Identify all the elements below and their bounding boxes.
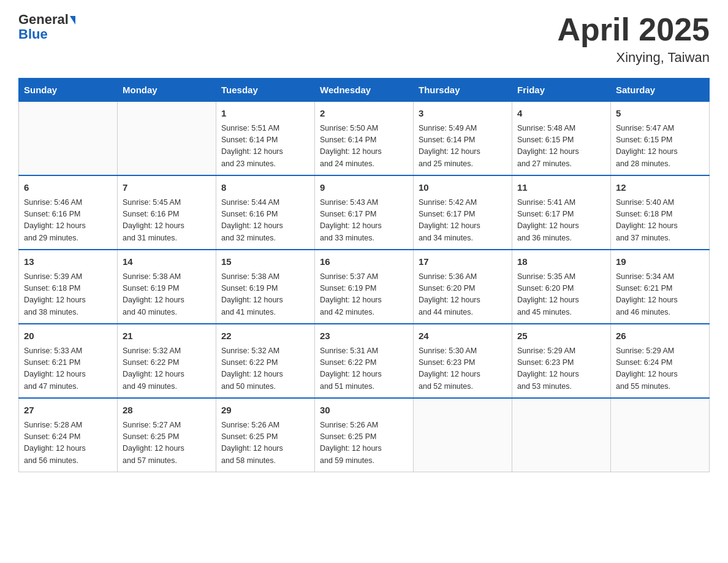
logo-triangle-icon — [70, 16, 75, 25]
table-row: 14Sunrise: 5:38 AM Sunset: 6:19 PM Dayli… — [118, 250, 216, 324]
col-friday: Friday — [512, 79, 611, 102]
day-info: Sunrise: 5:33 AM Sunset: 6:21 PM Dayligh… — [24, 345, 112, 393]
day-info: Sunrise: 5:47 AM Sunset: 6:15 PM Dayligh… — [616, 123, 704, 170]
calendar-week-row: 1Sunrise: 5:51 AM Sunset: 6:14 PM Daylig… — [19, 102, 710, 176]
table-row: 9Sunrise: 5:43 AM Sunset: 6:17 PM Daylig… — [315, 175, 414, 250]
day-number: 17 — [419, 255, 507, 269]
day-number: 24 — [419, 329, 507, 343]
day-number: 11 — [517, 181, 605, 195]
table-row: 13Sunrise: 5:39 AM Sunset: 6:18 PM Dayli… — [19, 250, 118, 324]
col-sunday: Sunday — [19, 79, 118, 102]
day-info: Sunrise: 5:37 AM Sunset: 6:19 PM Dayligh… — [320, 271, 408, 319]
day-info: Sunrise: 5:27 AM Sunset: 6:25 PM Dayligh… — [123, 419, 211, 467]
day-info: Sunrise: 5:30 AM Sunset: 6:23 PM Dayligh… — [419, 345, 507, 393]
table-row — [512, 398, 611, 472]
day-info: Sunrise: 5:38 AM Sunset: 6:19 PM Dayligh… — [123, 271, 211, 319]
day-number: 27 — [24, 404, 112, 418]
day-info: Sunrise: 5:40 AM Sunset: 6:18 PM Dayligh… — [616, 197, 704, 245]
day-number: 14 — [123, 255, 211, 269]
table-row — [118, 102, 216, 176]
logo-blue-text: Blue — [18, 27, 75, 42]
table-row: 26Sunrise: 5:29 AM Sunset: 6:24 PM Dayli… — [611, 324, 710, 398]
table-row: 3Sunrise: 5:49 AM Sunset: 6:14 PM Daylig… — [414, 102, 512, 176]
day-number: 5 — [616, 107, 704, 121]
table-row: 15Sunrise: 5:38 AM Sunset: 6:19 PM Dayli… — [216, 250, 315, 324]
table-row: 20Sunrise: 5:33 AM Sunset: 6:21 PM Dayli… — [19, 324, 118, 398]
logo-general-text: General — [18, 12, 69, 27]
calendar-table: Sunday Monday Tuesday Wednesday Thursday… — [18, 78, 710, 472]
table-row: 4Sunrise: 5:48 AM Sunset: 6:15 PM Daylig… — [512, 102, 611, 176]
calendar-week-row: 20Sunrise: 5:33 AM Sunset: 6:21 PM Dayli… — [19, 324, 710, 398]
day-info: Sunrise: 5:38 AM Sunset: 6:19 PM Dayligh… — [221, 271, 309, 319]
calendar-week-row: 13Sunrise: 5:39 AM Sunset: 6:18 PM Dayli… — [19, 250, 710, 324]
table-row: 30Sunrise: 5:26 AM Sunset: 6:25 PM Dayli… — [315, 398, 414, 472]
month-year-title: April 2025 — [557, 12, 710, 47]
table-row: 18Sunrise: 5:35 AM Sunset: 6:20 PM Dayli… — [512, 250, 611, 324]
table-row: 10Sunrise: 5:42 AM Sunset: 6:17 PM Dayli… — [414, 175, 512, 250]
day-number: 4 — [517, 107, 605, 121]
day-info: Sunrise: 5:49 AM Sunset: 6:14 PM Dayligh… — [419, 123, 507, 170]
day-info: Sunrise: 5:39 AM Sunset: 6:18 PM Dayligh… — [24, 271, 112, 319]
day-number: 15 — [221, 255, 309, 269]
day-info: Sunrise: 5:31 AM Sunset: 6:22 PM Dayligh… — [320, 345, 408, 393]
calendar-week-row: 6Sunrise: 5:46 AM Sunset: 6:16 PM Daylig… — [19, 175, 710, 250]
day-number: 3 — [419, 107, 507, 121]
day-info: Sunrise: 5:29 AM Sunset: 6:23 PM Dayligh… — [517, 345, 605, 393]
day-info: Sunrise: 5:32 AM Sunset: 6:22 PM Dayligh… — [123, 345, 211, 393]
day-number: 6 — [24, 181, 112, 195]
location-title: Xinying, Taiwan — [557, 50, 710, 66]
table-row: 29Sunrise: 5:26 AM Sunset: 6:25 PM Dayli… — [216, 398, 315, 472]
table-row: 2Sunrise: 5:50 AM Sunset: 6:14 PM Daylig… — [315, 102, 414, 176]
calendar-header-row: Sunday Monday Tuesday Wednesday Thursday… — [19, 79, 710, 102]
day-info: Sunrise: 5:35 AM Sunset: 6:20 PM Dayligh… — [517, 271, 605, 319]
table-row: 17Sunrise: 5:36 AM Sunset: 6:20 PM Dayli… — [414, 250, 512, 324]
day-info: Sunrise: 5:46 AM Sunset: 6:16 PM Dayligh… — [24, 197, 112, 245]
day-number: 21 — [123, 329, 211, 343]
day-info: Sunrise: 5:43 AM Sunset: 6:17 PM Dayligh… — [320, 197, 408, 245]
day-number: 7 — [123, 181, 211, 195]
table-row — [611, 398, 710, 472]
col-saturday: Saturday — [611, 79, 710, 102]
day-info: Sunrise: 5:51 AM Sunset: 6:14 PM Dayligh… — [221, 123, 309, 170]
day-number: 10 — [419, 181, 507, 195]
title-block: April 2025 Xinying, Taiwan — [557, 12, 710, 66]
day-number: 8 — [221, 181, 309, 195]
table-row: 7Sunrise: 5:45 AM Sunset: 6:16 PM Daylig… — [118, 175, 216, 250]
table-row: 27Sunrise: 5:28 AM Sunset: 6:24 PM Dayli… — [19, 398, 118, 472]
page-header: General Blue April 2025 Xinying, Taiwan — [18, 12, 710, 66]
day-number: 20 — [24, 329, 112, 343]
table-row — [19, 102, 118, 176]
day-info: Sunrise: 5:48 AM Sunset: 6:15 PM Dayligh… — [517, 123, 605, 170]
day-number: 26 — [616, 329, 704, 343]
day-info: Sunrise: 5:50 AM Sunset: 6:14 PM Dayligh… — [320, 123, 408, 170]
col-tuesday: Tuesday — [216, 79, 315, 102]
day-info: Sunrise: 5:26 AM Sunset: 6:25 PM Dayligh… — [221, 419, 309, 467]
day-number: 12 — [616, 181, 704, 195]
table-row: 11Sunrise: 5:41 AM Sunset: 6:17 PM Dayli… — [512, 175, 611, 250]
day-number: 22 — [221, 329, 309, 343]
day-info: Sunrise: 5:32 AM Sunset: 6:22 PM Dayligh… — [221, 345, 309, 393]
day-info: Sunrise: 5:41 AM Sunset: 6:17 PM Dayligh… — [517, 197, 605, 245]
day-info: Sunrise: 5:42 AM Sunset: 6:17 PM Dayligh… — [419, 197, 507, 245]
day-number: 2 — [320, 107, 408, 121]
table-row: 21Sunrise: 5:32 AM Sunset: 6:22 PM Dayli… — [118, 324, 216, 398]
table-row — [414, 398, 512, 472]
day-info: Sunrise: 5:26 AM Sunset: 6:25 PM Dayligh… — [320, 419, 408, 467]
col-wednesday: Wednesday — [315, 79, 414, 102]
day-number: 9 — [320, 181, 408, 195]
day-number: 28 — [123, 404, 211, 418]
day-number: 13 — [24, 255, 112, 269]
day-number: 18 — [517, 255, 605, 269]
col-monday: Monday — [118, 79, 216, 102]
day-number: 30 — [320, 404, 408, 418]
day-info: Sunrise: 5:29 AM Sunset: 6:24 PM Dayligh… — [616, 345, 704, 393]
logo: General Blue — [18, 12, 75, 42]
calendar-week-row: 27Sunrise: 5:28 AM Sunset: 6:24 PM Dayli… — [19, 398, 710, 472]
day-number: 23 — [320, 329, 408, 343]
day-number: 29 — [221, 404, 309, 418]
table-row: 22Sunrise: 5:32 AM Sunset: 6:22 PM Dayli… — [216, 324, 315, 398]
day-number: 1 — [221, 107, 309, 121]
day-info: Sunrise: 5:45 AM Sunset: 6:16 PM Dayligh… — [123, 197, 211, 245]
table-row: 23Sunrise: 5:31 AM Sunset: 6:22 PM Dayli… — [315, 324, 414, 398]
table-row: 28Sunrise: 5:27 AM Sunset: 6:25 PM Dayli… — [118, 398, 216, 472]
